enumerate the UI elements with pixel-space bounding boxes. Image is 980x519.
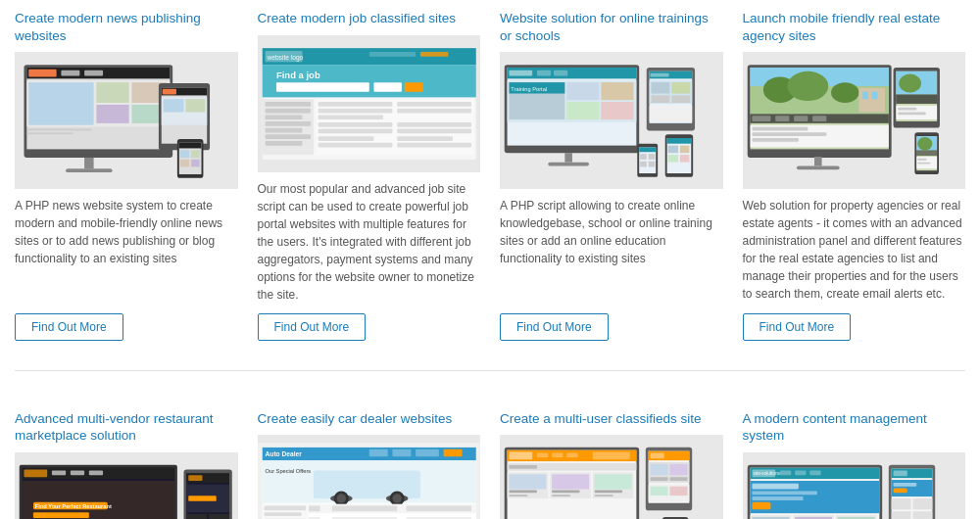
svg-rect-118 bbox=[812, 116, 826, 121]
svg-text:Auto Dealer: Auto Dealer bbox=[265, 450, 302, 457]
card-training-link[interactable]: Website solution for online trainings or… bbox=[500, 11, 709, 43]
svg-rect-76 bbox=[601, 102, 633, 119]
svg-rect-263 bbox=[779, 470, 790, 475]
svg-rect-292 bbox=[912, 511, 932, 519]
svg-rect-52 bbox=[318, 115, 382, 119]
card-cms-link[interactable]: A modern content management system bbox=[743, 411, 927, 444]
svg-rect-216 bbox=[509, 452, 532, 460]
svg-rect-19 bbox=[163, 89, 176, 95]
svg-rect-21 bbox=[164, 99, 184, 112]
svg-rect-61 bbox=[318, 142, 392, 147]
svg-rect-28 bbox=[180, 160, 189, 167]
svg-rect-270 bbox=[752, 501, 770, 509]
svg-point-110 bbox=[831, 82, 858, 103]
svg-rect-166 bbox=[188, 495, 216, 501]
card-news-button[interactable]: Find Out More bbox=[15, 313, 123, 341]
svg-rect-244 bbox=[651, 477, 668, 481]
svg-rect-269 bbox=[752, 496, 803, 500]
svg-rect-232 bbox=[509, 495, 527, 496]
svg-rect-205 bbox=[264, 506, 306, 511]
svg-rect-245 bbox=[669, 477, 687, 481]
card-news-image bbox=[15, 52, 238, 189]
svg-rect-148 bbox=[89, 470, 103, 475]
svg-rect-86 bbox=[652, 96, 670, 104]
svg-rect-47 bbox=[265, 134, 310, 139]
svg-rect-95 bbox=[680, 155, 689, 163]
svg-point-109 bbox=[787, 71, 828, 101]
svg-rect-68 bbox=[554, 71, 567, 76]
svg-rect-233 bbox=[552, 495, 570, 496]
svg-rect-26 bbox=[180, 150, 189, 158]
svg-rect-42 bbox=[265, 102, 310, 107]
svg-rect-147 bbox=[71, 470, 84, 475]
svg-rect-94 bbox=[668, 155, 678, 163]
svg-rect-131 bbox=[898, 108, 916, 111]
card-training-button[interactable]: Find Out More bbox=[500, 313, 609, 341]
svg-rect-177 bbox=[416, 449, 439, 457]
card-jobs-link[interactable]: Create modern job classified sites bbox=[258, 11, 457, 25]
svg-rect-73 bbox=[566, 82, 599, 100]
svg-rect-191 bbox=[406, 506, 470, 512]
card-cms: A modern content management system site-… bbox=[743, 410, 966, 519]
card-cms-title: A modern content management system bbox=[743, 410, 966, 445]
svg-rect-167 bbox=[186, 514, 207, 519]
svg-rect-168 bbox=[209, 514, 229, 519]
svg-rect-289 bbox=[891, 498, 910, 509]
svg-rect-39 bbox=[373, 82, 401, 91]
svg-text:Our Special Offers: Our Special Offers bbox=[265, 469, 311, 475]
svg-rect-240 bbox=[651, 453, 664, 459]
svg-rect-234 bbox=[595, 495, 613, 496]
card-training: Website solution for online trainings or… bbox=[500, 10, 723, 341]
svg-rect-10 bbox=[96, 105, 128, 123]
card-restaurant-link[interactable]: Advanced multi-vendor restaurant marketp… bbox=[15, 411, 214, 444]
svg-rect-27 bbox=[191, 150, 200, 158]
card-realestate-link[interactable]: Launch mobile friendly real estate agenc… bbox=[743, 11, 941, 43]
card-restaurant-image: Find Your Perfect Restaurant bbox=[15, 452, 238, 519]
svg-rect-7 bbox=[28, 82, 93, 125]
svg-rect-117 bbox=[794, 116, 808, 121]
svg-rect-287 bbox=[893, 483, 916, 487]
card-jobs-button[interactable]: Find Out More bbox=[258, 313, 367, 341]
svg-rect-139 bbox=[917, 159, 926, 161]
svg-rect-87 bbox=[671, 96, 690, 104]
svg-rect-217 bbox=[537, 453, 548, 458]
card-jobs-image: website logo Find a job bbox=[258, 35, 481, 172]
svg-rect-220 bbox=[593, 452, 630, 460]
svg-rect-268 bbox=[752, 491, 816, 495]
card-cardealer-link[interactable]: Create easily car dealer websites bbox=[258, 411, 453, 426]
svg-text:site-solutions: site-solutions bbox=[753, 471, 780, 476]
svg-rect-206 bbox=[264, 512, 301, 516]
card-jobs: Create modern job classified sites websi… bbox=[258, 10, 481, 341]
svg-rect-13 bbox=[26, 132, 73, 134]
card-realestate: Launch mobile friendly real estate agenc… bbox=[743, 10, 966, 341]
svg-rect-12 bbox=[26, 129, 91, 131]
card-jobs-desc: Our most popular and advanced job site s… bbox=[258, 180, 481, 304]
svg-rect-48 bbox=[265, 140, 302, 145]
svg-rect-121 bbox=[752, 132, 826, 136]
svg-rect-84 bbox=[652, 82, 670, 93]
card-classifieds-link[interactable]: Create a multi-user classifieds site bbox=[500, 411, 702, 426]
svg-rect-35 bbox=[419, 51, 447, 56]
svg-rect-66 bbox=[509, 71, 532, 76]
product-grid: Create modern news publishing websites bbox=[15, 10, 965, 519]
svg-rect-75 bbox=[566, 102, 599, 119]
svg-rect-111 bbox=[858, 88, 885, 113]
svg-point-183 bbox=[336, 494, 345, 502]
svg-rect-178 bbox=[443, 449, 462, 457]
svg-rect-228 bbox=[595, 474, 632, 489]
card-news-title: Create modern news publishing websites bbox=[15, 10, 238, 44]
svg-rect-219 bbox=[566, 453, 577, 458]
svg-rect-267 bbox=[752, 483, 798, 489]
svg-rect-248 bbox=[669, 487, 687, 495]
svg-rect-137 bbox=[916, 150, 937, 156]
svg-rect-180 bbox=[313, 471, 419, 498]
svg-rect-25 bbox=[179, 143, 202, 149]
svg-rect-145 bbox=[24, 469, 47, 477]
svg-rect-53 bbox=[397, 102, 471, 107]
svg-rect-230 bbox=[552, 491, 579, 494]
svg-rect-29 bbox=[191, 160, 200, 167]
svg-rect-288 bbox=[893, 488, 906, 493]
card-news-link[interactable]: Create modern news publishing websites bbox=[15, 11, 201, 43]
card-restaurant-title: Advanced multi-vendor restaurant marketp… bbox=[15, 410, 238, 445]
card-realestate-button[interactable]: Find Out More bbox=[743, 313, 852, 341]
